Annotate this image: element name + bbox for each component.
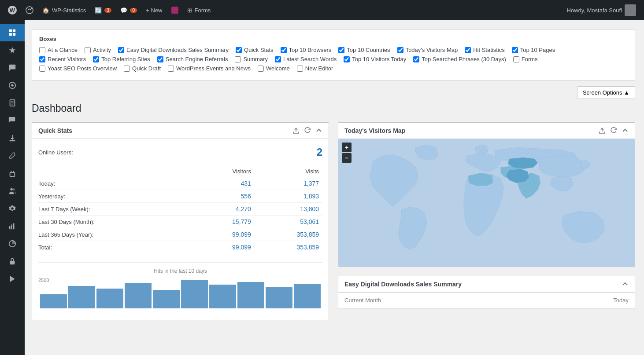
forms-button[interactable]: ⊞ Forms [183, 0, 215, 20]
checkbox-new-editor[interactable]: New Editor [297, 65, 333, 72]
refresh-icon [304, 127, 311, 134]
checkbox-quick-stats[interactable]: Quick Stats [236, 47, 273, 53]
forms-icon: ⊞ [187, 7, 192, 14]
updates-button[interactable]: 🔄 3 [90, 0, 116, 20]
checkbox-search-engine[interactable]: Search Engine Referrals [157, 56, 228, 62]
map-zoom-out-button[interactable]: − [342, 153, 352, 163]
summary-checkbox[interactable] [235, 56, 241, 62]
row-visits: 1,893 [255, 190, 322, 203]
site-name-label: WP-Statistics [52, 7, 86, 14]
browsers-checkbox[interactable] [281, 47, 287, 53]
sidebar-item-wpstat[interactable] [0, 217, 25, 235]
sidebar-item-comments2[interactable] [0, 112, 25, 129]
sidebar-item-dashboard[interactable] [0, 24, 25, 41]
sidebar-item-download[interactable] [0, 129, 25, 147]
activity-checkbox[interactable] [85, 47, 91, 53]
edd-checkbox[interactable] [118, 47, 124, 53]
referring-checkbox[interactable] [93, 56, 99, 62]
checkboxes-row-3: Yoast SEO Posts Overview Quick Draft Wor… [39, 65, 628, 72]
quick-stats-collapse-button[interactable] [315, 127, 322, 134]
new-editor-checkbox[interactable] [297, 66, 303, 72]
top-visitors-checkbox[interactable] [344, 56, 350, 62]
checkbox-quick-draft[interactable]: Quick Draft [124, 65, 161, 72]
user-greeting[interactable]: Howdy, Mostafa Soufi [563, 0, 640, 20]
map-refresh-button[interactable] [610, 127, 617, 134]
export-icon [292, 127, 300, 134]
checkbox-searched-phrases[interactable]: Top Searched Phrases (30 Days) [413, 56, 506, 62]
sidebar-item-pin[interactable] [0, 41, 25, 59]
sidebar-item-comments[interactable] [0, 59, 25, 77]
comments-badge: 0 [130, 8, 137, 13]
checkbox-visitors-map[interactable]: Today's Visitors Map [397, 47, 458, 53]
lock-icon [8, 257, 16, 265]
recent-visitors-checkbox[interactable] [39, 56, 45, 62]
checkbox-yoast[interactable]: Yoast SEO Posts Overview [39, 65, 117, 72]
screen-options-button[interactable]: Screen Options ▲ [577, 86, 635, 99]
forms-checkbox[interactable] [513, 56, 519, 62]
sidebar-item-play[interactable] [0, 270, 25, 288]
welcome-checkbox[interactable] [258, 66, 264, 72]
quick-stats-refresh-button[interactable] [304, 127, 311, 134]
checkbox-hit-stats[interactable]: Hit Statistics [465, 47, 505, 53]
quick-stats-checkbox[interactable] [236, 47, 242, 53]
checkbox-top-visitors[interactable]: Top 10 Visitors Today [344, 56, 406, 62]
checkbox-summary[interactable]: Summary [235, 56, 268, 62]
yoast-checkbox[interactable] [39, 66, 45, 72]
checkbox-top-pages[interactable]: Top 10 Pages [512, 47, 555, 53]
edd-collapse-button[interactable] [622, 281, 629, 288]
map-zoom-in-button[interactable]: + [342, 143, 352, 152]
yoast-button[interactable] [167, 0, 183, 20]
search-engine-checkbox[interactable] [157, 56, 163, 62]
checkbox-countries[interactable]: Top 10 Countries [338, 47, 390, 53]
home-icon: 🏠 [42, 7, 49, 14]
checkbox-wp-events[interactable]: WordPress Events and News [168, 65, 251, 72]
quick-stats-export-button[interactable] [292, 127, 300, 134]
top-pages-checkbox[interactable] [512, 47, 518, 53]
plugins-icon [8, 169, 16, 177]
hit-stats-checkbox[interactable] [465, 47, 471, 53]
checkbox-latest-search[interactable]: Latest Search Words [275, 56, 337, 62]
sidebar-item-settings[interactable] [0, 200, 25, 217]
wp-logo-button[interactable]: W [4, 0, 21, 20]
checkbox-activity[interactable]: Activity [85, 47, 111, 53]
checkbox-forms[interactable]: Forms [513, 56, 538, 62]
quick-draft-checkbox[interactable] [124, 66, 130, 72]
sidebar-item-plugins[interactable] [0, 165, 25, 182]
boxes-panel: Boxes At a Glance Activity Easy Digital … [32, 29, 635, 81]
checkbox-edd[interactable]: Easy Digital Downloads Sales Summary [118, 47, 229, 53]
stats-icon-button[interactable] [21, 0, 38, 20]
sidebar-item-chart[interactable] [0, 235, 25, 253]
sidebar-item-users[interactable] [0, 182, 25, 200]
checkbox-welcome[interactable]: Welcome [258, 65, 290, 72]
quick-stats-body: Online Users: 2 Visitors Visits [32, 139, 329, 320]
checkbox-browsers[interactable]: Top 10 Browsers [281, 47, 332, 53]
new-label: + New [146, 7, 162, 14]
row-label: Last 365 Days (Year): [38, 228, 196, 241]
map-collapse-button[interactable] [622, 127, 629, 134]
chart-bar [68, 286, 95, 308]
visitors-map-header: Today's Visitors Map [338, 123, 635, 139]
download-icon [8, 134, 16, 142]
new-content-button[interactable]: + New [141, 0, 167, 20]
chart-bar [209, 285, 236, 308]
sidebar-item-lock[interactable] [0, 253, 25, 270]
sidebar-item-pages[interactable] [0, 94, 25, 112]
online-users-count: 2 [317, 146, 322, 158]
site-name-button[interactable]: 🏠 WP-Statistics [38, 0, 90, 20]
checkbox-recent-visitors[interactable]: Recent Visitors [39, 56, 86, 62]
countries-checkbox[interactable] [338, 47, 344, 53]
row-visits: 353,859 [255, 228, 322, 241]
wp-events-checkbox[interactable] [168, 66, 174, 72]
chart-title: Hits in the last 10 days [38, 268, 322, 274]
sidebar-item-tools[interactable] [0, 147, 25, 165]
map-export-button[interactable] [599, 127, 606, 134]
at-a-glance-checkbox[interactable] [39, 47, 45, 53]
searched-phrases-checkbox[interactable] [413, 56, 419, 62]
comments-button[interactable]: 💬 0 [116, 0, 141, 20]
visitors-map-checkbox[interactable] [397, 47, 403, 53]
latest-search-checkbox[interactable] [275, 56, 281, 62]
checkbox-referring[interactable]: Top Referring Sites [93, 56, 150, 62]
quick-stats-widget: Quick Stats On [32, 122, 329, 320]
checkbox-at-a-glance[interactable]: At a Glance [39, 47, 78, 53]
sidebar-item-media[interactable] [0, 77, 25, 94]
